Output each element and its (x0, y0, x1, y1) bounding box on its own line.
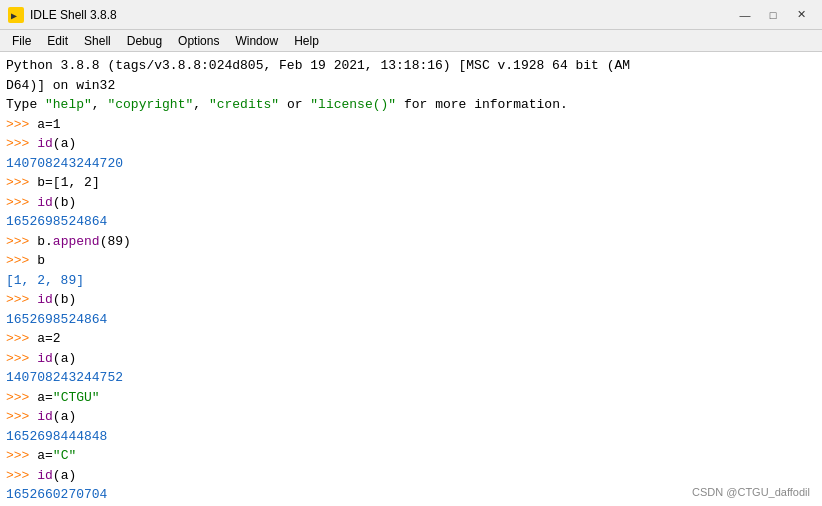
cmd-a-ctgu: >>> a="CTGU" (6, 388, 816, 408)
window-controls: — □ ✕ (732, 5, 814, 25)
maximize-button[interactable]: □ (760, 5, 786, 25)
window-title: IDLE Shell 3.8.8 (30, 8, 732, 22)
info-line-3: Type "help", "copyright", "credits" or "… (6, 95, 816, 115)
output-id-a1: 140708243244720 (6, 154, 816, 174)
menu-edit[interactable]: Edit (39, 32, 76, 50)
cmd-b-assign: >>> b=[1, 2] (6, 173, 816, 193)
menu-options[interactable]: Options (170, 32, 227, 50)
menu-window[interactable]: Window (227, 32, 286, 50)
menu-debug[interactable]: Debug (119, 32, 170, 50)
cmd-b-append: >>> b.append(89) (6, 232, 816, 252)
menu-help[interactable]: Help (286, 32, 327, 50)
menu-shell[interactable]: Shell (76, 32, 119, 50)
info-line-1: Python 3.8.8 (tags/v3.8.8:024d805, Feb 1… (6, 56, 816, 76)
output-id-a3: 1652698444848 (6, 427, 816, 447)
cmd-id-a2: >>> id(a) (6, 349, 816, 369)
cmd-id-a3: >>> id(a) (6, 407, 816, 427)
output-b-list: [1, 2, 89] (6, 271, 816, 291)
shell-content[interactable]: Python 3.8.8 (tags/v3.8.8:024d805, Feb 1… (0, 52, 822, 506)
watermark: CSDN @CTGU_daffodil (692, 486, 810, 498)
cmd-id-a4: >>> id(a) (6, 466, 816, 486)
cmd-a-c: >>> a="C" (6, 446, 816, 466)
cmd-id-a1: >>> id(a) (6, 134, 816, 154)
output-id-a2: 140708243244752 (6, 368, 816, 388)
cmd-a2: >>> a=2 (6, 329, 816, 349)
close-button[interactable]: ✕ (788, 5, 814, 25)
minimize-button[interactable]: — (732, 5, 758, 25)
cmd-b-print: >>> b (6, 251, 816, 271)
menu-file[interactable]: File (4, 32, 39, 50)
cmd-a1: >>> a=1 (6, 115, 816, 135)
info-line-2: D64)] on win32 (6, 76, 816, 96)
cmd-id-b2: >>> id(b) (6, 290, 816, 310)
output-id-b2: 1652698524864 (6, 310, 816, 330)
app-icon: ▶ (8, 7, 24, 23)
title-bar: ▶ IDLE Shell 3.8.8 — □ ✕ (0, 0, 822, 30)
output-id-b1: 1652698524864 (6, 212, 816, 232)
svg-text:▶: ▶ (11, 11, 17, 22)
menu-bar: File Edit Shell Debug Options Window Hel… (0, 30, 822, 52)
cmd-id-b: >>> id(b) (6, 193, 816, 213)
